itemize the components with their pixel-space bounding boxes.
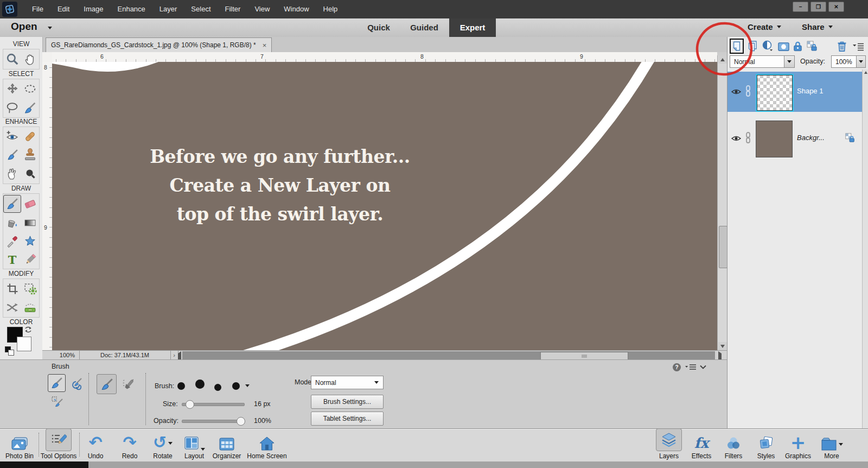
close-button[interactable]: ✕ xyxy=(828,2,844,12)
blend-mode-dropdown[interactable]: Normal xyxy=(730,55,795,68)
background-color-swatch[interactable] xyxy=(17,337,31,351)
brush-preset-dot-icon[interactable] xyxy=(214,384,221,391)
layer-row-background[interactable]: Backgr... xyxy=(727,118,862,159)
brush-mode-icon[interactable] xyxy=(97,374,117,394)
redo-button[interactable]: ↷ Redo xyxy=(111,431,148,460)
status-expand-icon[interactable]: › xyxy=(170,351,178,359)
paint-bucket-tool-icon[interactable] xyxy=(4,214,21,231)
menu-window[interactable]: Window xyxy=(277,0,316,18)
create-button[interactable]: Create xyxy=(748,22,781,31)
marquee-tool-icon[interactable] xyxy=(22,80,39,97)
menu-file[interactable]: File xyxy=(25,0,50,18)
brush-tool-icon[interactable] xyxy=(3,195,21,213)
opacity-slider[interactable] xyxy=(182,420,245,423)
panel-menu-icon[interactable] xyxy=(851,40,865,54)
opacity-slider-knob[interactable] xyxy=(237,417,245,426)
canvas-vertical-scrollbar[interactable] xyxy=(717,55,727,350)
options-menu-icon[interactable] xyxy=(685,364,697,371)
new-layer-button[interactable] xyxy=(730,39,744,53)
blur-tool-icon[interactable] xyxy=(22,166,39,182)
menu-edit[interactable]: Edit xyxy=(50,0,76,18)
horizontal-scroll-thumb[interactable] xyxy=(540,352,628,360)
organizer-button[interactable]: Organizer xyxy=(208,431,245,460)
layer-link-icon[interactable] xyxy=(744,131,752,144)
home-screen-button[interactable]: Home Screen xyxy=(244,431,290,460)
recompose-tool-icon[interactable] xyxy=(22,280,39,297)
layer-name[interactable]: Shape 1 xyxy=(797,87,823,95)
filters-button[interactable]: Filters xyxy=(715,431,752,460)
minimize-button[interactable]: – xyxy=(793,2,808,12)
brush-settings-button[interactable]: Brush Settings... xyxy=(311,395,384,409)
lock-all-button[interactable] xyxy=(790,39,805,53)
crop-tool-icon[interactable] xyxy=(4,280,21,297)
selection-brush-tool-icon[interactable] xyxy=(22,99,39,116)
menu-filter[interactable]: Filter xyxy=(218,0,248,18)
tab-expert[interactable]: Expert xyxy=(449,18,496,37)
menu-enhance[interactable]: Enhance xyxy=(111,0,152,18)
scroll-down-icon[interactable] xyxy=(718,342,727,350)
eraser-tool-icon[interactable] xyxy=(22,195,39,212)
tool-options-button[interactable]: Tool Options xyxy=(40,431,77,460)
open-button[interactable]: Open xyxy=(11,21,37,33)
adjustment-layer-button[interactable] xyxy=(761,39,775,53)
styles-button[interactable]: Styles xyxy=(748,431,784,460)
layer-thumbnail[interactable] xyxy=(756,121,793,157)
brush-preset-arrow-icon[interactable] xyxy=(245,384,250,387)
red-eye-tool-icon[interactable] xyxy=(4,128,21,145)
menu-layer[interactable]: Layer xyxy=(152,0,184,18)
photo-bin-button[interactable]: Photo Bin xyxy=(1,431,38,460)
layer-visibility-eye-icon[interactable] xyxy=(731,133,742,144)
graphics-button[interactable]: + Graphics xyxy=(780,431,816,460)
effects-button[interactable]: fx Effects xyxy=(683,431,720,460)
pencil-tool-icon[interactable] xyxy=(22,251,39,268)
collapse-panel-icon[interactable] xyxy=(700,365,706,369)
straighten-tool-icon[interactable] xyxy=(22,299,39,316)
airbrush-mode-icon[interactable] xyxy=(120,376,137,393)
type-tool-icon[interactable]: T xyxy=(4,251,21,268)
lasso-tool-icon[interactable] xyxy=(4,99,21,116)
vertical-scroll-thumb[interactable] xyxy=(719,226,727,268)
spot-healing-tool-icon[interactable] xyxy=(22,128,39,145)
smudge-tool-icon[interactable] xyxy=(4,166,21,182)
brush-preset-dot-icon[interactable] xyxy=(232,382,240,390)
hand-tool-icon[interactable] xyxy=(22,51,39,68)
new-group-button[interactable] xyxy=(745,39,760,53)
menu-image[interactable]: Image xyxy=(76,0,110,18)
lock-transparency-button[interactable] xyxy=(805,39,819,53)
zoom-tool-icon[interactable] xyxy=(4,51,21,68)
delete-layer-button[interactable] xyxy=(835,39,849,53)
content-aware-move-tool-icon[interactable] xyxy=(4,299,21,316)
menu-select[interactable]: Select xyxy=(184,0,218,18)
size-slider[interactable] xyxy=(182,403,245,406)
tablet-settings-button[interactable]: Tablet Settings... xyxy=(311,412,384,426)
canvas[interactable]: Before we go any further... Create a New… xyxy=(52,62,717,350)
tab-quick[interactable]: Quick xyxy=(362,18,395,37)
restore-button[interactable]: ❐ xyxy=(810,2,826,12)
color-replacement-brush-icon[interactable] xyxy=(49,394,66,410)
brush-preset-dot-icon[interactable] xyxy=(177,382,185,390)
scroll-up-icon[interactable] xyxy=(718,55,727,64)
mode-dropdown[interactable]: Normal xyxy=(311,376,384,389)
menu-help[interactable]: Help xyxy=(316,0,345,18)
menu-view[interactable]: View xyxy=(247,0,277,18)
layers-list-scrollbar[interactable] xyxy=(862,69,868,429)
document-tab-close-icon[interactable]: × xyxy=(263,42,267,49)
brush-variant-icon[interactable] xyxy=(48,374,66,392)
layer-row-shape-1[interactable]: Shape 1 xyxy=(727,72,862,112)
layout-button[interactable]: Layout xyxy=(176,431,213,460)
layer-name[interactable]: Backgr... xyxy=(797,134,825,142)
move-tool-icon[interactable] xyxy=(4,80,21,97)
layers-button[interactable]: Layers xyxy=(650,431,687,460)
layer-link-icon[interactable] xyxy=(744,85,752,98)
shape-tool-icon[interactable] xyxy=(22,233,39,250)
canvas-horizontal-scrollbar[interactable] xyxy=(182,351,715,359)
eyedropper-tool-icon[interactable] xyxy=(4,233,21,250)
undo-button[interactable]: ↶ Undo xyxy=(77,431,114,460)
brush-preset-dot-icon[interactable] xyxy=(195,380,205,389)
smart-brush-tool-icon[interactable] xyxy=(4,147,21,163)
share-button[interactable]: Share xyxy=(802,22,833,31)
more-button[interactable]: More xyxy=(813,431,850,460)
swap-colors-icon[interactable] xyxy=(24,325,33,334)
impressionist-brush-icon[interactable] xyxy=(67,375,84,392)
layer-visibility-eye-icon[interactable] xyxy=(731,86,742,97)
